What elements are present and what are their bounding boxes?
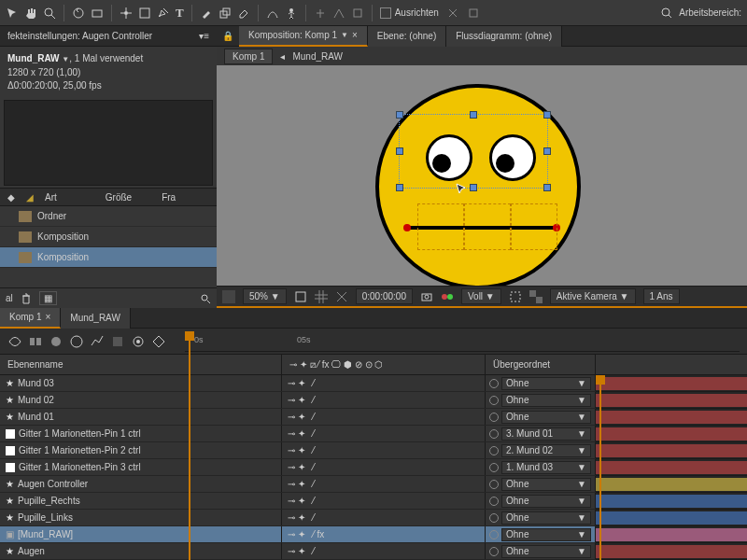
pickwhip-icon[interactable] bbox=[489, 429, 499, 439]
layer-row[interactable]: ★Mund 03 ⊸ ✦ ∕ Ohne▼ bbox=[0, 375, 596, 392]
layer-track[interactable] bbox=[596, 510, 747, 526]
layer-row[interactable]: ★Mund 02 ⊸ ✦ ∕ Ohne▼ bbox=[0, 392, 596, 409]
project-item[interactable]: Ordner bbox=[0, 206, 217, 227]
layer-track[interactable] bbox=[596, 442, 747, 459]
snap-checkbox[interactable]: Ausrichten bbox=[380, 7, 439, 19]
selection-bbox[interactable] bbox=[399, 114, 548, 189]
guides-icon[interactable] bbox=[335, 290, 348, 303]
col-size[interactable]: Größe bbox=[106, 192, 132, 203]
grid-icon[interactable] bbox=[315, 290, 328, 303]
layer-bar[interactable] bbox=[596, 511, 747, 525]
layer-track[interactable] bbox=[596, 409, 747, 426]
pickwhip-icon[interactable] bbox=[489, 480, 499, 489]
col-framerate[interactable]: Fra bbox=[162, 192, 176, 203]
anchor-tool-icon[interactable] bbox=[120, 7, 133, 20]
layer-row[interactable]: ★Pupille_Rechts ⊸ ✦ ∕ Ohne▼ bbox=[0, 493, 596, 510]
shy-icon[interactable] bbox=[7, 334, 22, 349]
pickwhip-icon[interactable] bbox=[489, 413, 499, 422]
layer-track[interactable] bbox=[596, 392, 747, 409]
graph-editor-icon[interactable] bbox=[131, 334, 146, 349]
views-dropdown[interactable]: 1 Ans bbox=[643, 288, 680, 304]
project-panel-tab[interactable]: fekteinstellungen: Augen Controller ▾≡ bbox=[0, 26, 217, 47]
timecode-display[interactable]: 0:00:00:00 bbox=[356, 288, 413, 304]
eraser-tool-icon[interactable] bbox=[237, 7, 250, 20]
layer-bar[interactable] bbox=[596, 545, 747, 558]
layer-bar[interactable] bbox=[596, 461, 747, 474]
view-axis-icon[interactable] bbox=[351, 7, 364, 20]
transparency-icon[interactable] bbox=[529, 290, 543, 303]
layer-row[interactable]: Gitter 1 Marionetten-Pin 2 ctrl ⊸ ✦ ∕ 2.… bbox=[0, 442, 596, 459]
layer-track[interactable] bbox=[596, 526, 747, 543]
panel-menu-icon[interactable]: ▾≡ bbox=[199, 31, 209, 41]
parent-dropdown[interactable]: Ohne▼ bbox=[501, 394, 591, 407]
zoom-dropdown[interactable]: 50% ▼ bbox=[243, 288, 287, 304]
rotation-tool-icon[interactable] bbox=[72, 7, 85, 20]
layer-row[interactable]: ▣[Mund_RAW] ⊸ ✦ ∕ fx Ohne▼ bbox=[0, 526, 596, 543]
layer-track[interactable] bbox=[596, 493, 747, 510]
channel-icon[interactable] bbox=[441, 290, 454, 303]
alpha-icon[interactable] bbox=[222, 290, 235, 303]
parent-dropdown[interactable]: Ohne▼ bbox=[501, 495, 591, 508]
layer-row[interactable]: ★Pupille_Links ⊸ ✦ ∕ Ohne▼ bbox=[0, 510, 596, 526]
puppet-mesh[interactable] bbox=[511, 203, 557, 250]
frame-blend-icon[interactable] bbox=[28, 334, 43, 349]
motion-blur-icon[interactable] bbox=[49, 334, 63, 349]
layer-bar[interactable] bbox=[596, 411, 747, 424]
layer-bar[interactable] bbox=[596, 528, 747, 541]
puppet-mesh[interactable] bbox=[464, 203, 511, 250]
local-axis-icon[interactable] bbox=[314, 7, 327, 20]
pickwhip-icon[interactable] bbox=[489, 446, 499, 455]
lock-icon[interactable]: 🔒 bbox=[217, 31, 239, 41]
brush-tool-icon[interactable] bbox=[200, 7, 213, 20]
layer-track[interactable] bbox=[596, 459, 747, 476]
timeline-tab[interactable]: Komp 1 × bbox=[0, 308, 61, 329]
col-layername[interactable]: Ebenenname bbox=[0, 355, 282, 374]
pickwhip-icon[interactable] bbox=[489, 463, 499, 472]
label-column-icon[interactable]: ◆ bbox=[7, 192, 15, 203]
breadcrumb-item[interactable]: Komp 1 bbox=[224, 49, 273, 64]
layer-row[interactable]: Gitter 1 Marionetten-Pin 1 ctrl ⊸ ✦ ∕ 3.… bbox=[0, 426, 596, 442]
layer-bar[interactable] bbox=[596, 377, 747, 390]
brainstorm-icon[interactable] bbox=[69, 334, 84, 349]
pen-tool-icon[interactable] bbox=[157, 7, 170, 20]
puppet-tool-icon[interactable] bbox=[285, 7, 298, 20]
pickwhip-icon[interactable] bbox=[489, 497, 499, 506]
comp-viewport[interactable] bbox=[217, 65, 747, 286]
parent-dropdown[interactable]: 2. Mund 02▼ bbox=[501, 444, 591, 457]
puppet-mesh[interactable] bbox=[417, 203, 464, 250]
world-axis-icon[interactable] bbox=[332, 7, 345, 20]
auto-keyframe-icon[interactable] bbox=[151, 334, 166, 349]
pickwhip-icon[interactable] bbox=[489, 547, 499, 556]
parent-dropdown[interactable]: Ohne▼ bbox=[501, 478, 591, 491]
layer-row[interactable]: ★Mund 01 ⊸ ✦ ∕ Ohne▼ bbox=[0, 409, 596, 426]
pickwhip-icon[interactable] bbox=[489, 530, 499, 539]
parent-dropdown[interactable]: Ohne▼ bbox=[501, 528, 591, 541]
camera-dropdown[interactable]: Aktive Kamera ▼ bbox=[550, 288, 636, 304]
shape-tool-icon[interactable] bbox=[138, 7, 151, 20]
zoom-tool-icon[interactable] bbox=[43, 7, 56, 20]
roto-tool-icon[interactable] bbox=[266, 7, 279, 20]
timeline-tab[interactable]: Mund_RAW bbox=[61, 308, 131, 329]
layer-bar[interactable] bbox=[596, 478, 747, 491]
close-icon[interactable]: × bbox=[45, 312, 50, 322]
selection-tool-icon[interactable] bbox=[6, 7, 19, 20]
parent-dropdown[interactable]: Ohne▼ bbox=[501, 511, 591, 525]
tag-column-icon[interactable]: ◢ bbox=[26, 192, 34, 203]
text-tool-icon[interactable]: T bbox=[176, 6, 184, 21]
res-icon[interactable] bbox=[294, 290, 307, 303]
search-icon[interactable] bbox=[200, 293, 211, 304]
clone-tool-icon[interactable] bbox=[218, 7, 232, 20]
layer-bar[interactable] bbox=[596, 427, 747, 441]
parent-dropdown[interactable]: 3. Mund 01▼ bbox=[501, 427, 591, 441]
project-item[interactable]: Komposition bbox=[0, 227, 217, 247]
hand-tool-icon[interactable] bbox=[24, 7, 37, 20]
pickwhip-icon[interactable] bbox=[489, 396, 499, 405]
layer-row[interactable]: Gitter 1 Marionetten-Pin 3 ctrl ⊸ ✦ ∕ 1.… bbox=[0, 459, 596, 476]
close-icon[interactable]: × bbox=[352, 30, 358, 40]
parent-dropdown[interactable]: Ohne▼ bbox=[501, 545, 591, 558]
project-item[interactable]: Komposition bbox=[0, 247, 217, 268]
current-time-indicator[interactable] bbox=[599, 375, 601, 560]
parent-dropdown[interactable]: Ohne▼ bbox=[501, 377, 591, 390]
trash-icon[interactable] bbox=[21, 293, 32, 304]
layer-track[interactable] bbox=[596, 476, 747, 493]
